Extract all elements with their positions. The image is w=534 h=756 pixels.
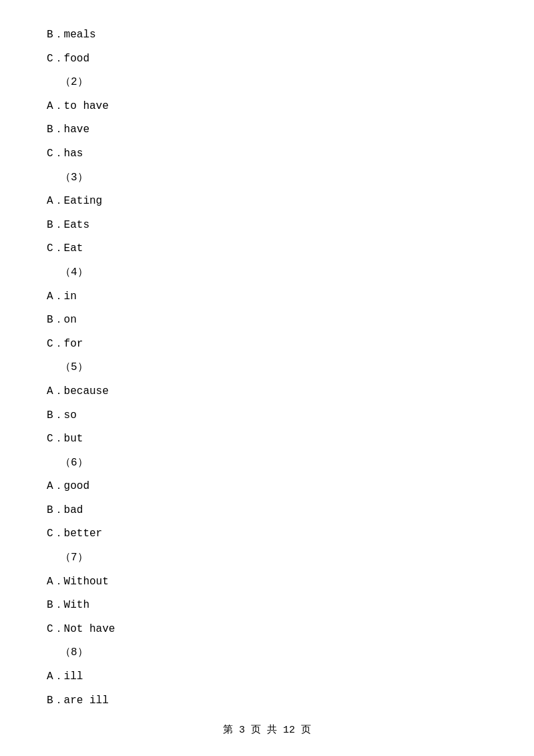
item-a-without: A．Without: [47, 574, 487, 591]
item-c-but: C．but: [47, 431, 487, 448]
label-6: （6）: [60, 455, 487, 472]
item-a-ill: A．ill: [47, 669, 487, 686]
item-c-food: C．food: [47, 51, 487, 68]
item-a-in: A．in: [47, 289, 487, 306]
label-4: （4）: [60, 264, 487, 282]
item-c-for: C．for: [47, 336, 487, 353]
page-content: B．meals C．food （2） A．to have B．have C．ha…: [0, 0, 534, 756]
item-c-eat: C．Eat: [47, 240, 487, 258]
item-b-so: B．so: [47, 407, 487, 425]
item-b-are-ill: B．are ill: [47, 693, 487, 710]
label-7: （7）: [60, 550, 487, 567]
label-8: （8）: [60, 644, 487, 662]
item-a-because: A．because: [47, 383, 487, 401]
page-footer: 第 3 页 共 12 页: [0, 723, 534, 736]
item-b-have: B．have: [47, 122, 487, 139]
item-b-on: B．on: [47, 312, 487, 329]
item-a-good: A．good: [47, 478, 487, 496]
item-a-to-have: A．to have: [47, 98, 487, 116]
label-2: （2）: [60, 74, 487, 91]
item-b-eats: B．Eats: [47, 217, 487, 234]
item-c-has: C．has: [47, 146, 487, 163]
item-a-eating: A．Eating: [47, 193, 487, 210]
item-b-with: B．With: [47, 597, 487, 614]
item-c-better: C．better: [47, 526, 487, 543]
item-b-bad: B．bad: [47, 502, 487, 520]
item-b-meals: B．meals: [47, 27, 487, 44]
label-5: （5）: [60, 359, 487, 377]
label-3: （3）: [60, 170, 487, 187]
item-c-not-have: C．Not have: [47, 621, 487, 638]
